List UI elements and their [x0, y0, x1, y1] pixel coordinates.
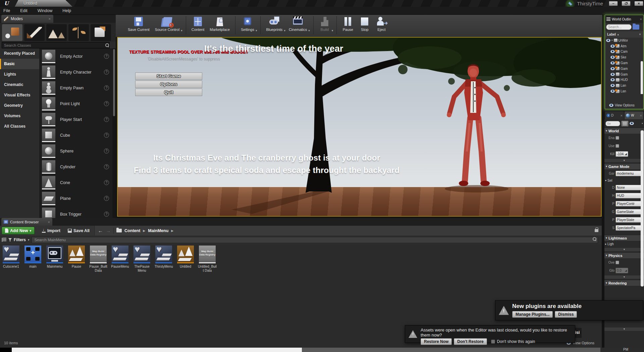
- grab-icon[interactable]: ?: [104, 196, 109, 201]
- outliner-view-options[interactable]: View Options: [605, 102, 643, 108]
- search-classes-input[interactable]: [2, 42, 110, 48]
- stop-button[interactable]: Stop: [359, 16, 370, 32]
- save-current-button[interactable]: Save Current: [128, 16, 150, 32]
- breadcrumb-content[interactable]: Content: [124, 228, 140, 233]
- breadcrumb-mainmenu[interactable]: MainMenu: [148, 228, 168, 233]
- default-pawn-dropdown[interactable]: None: [615, 185, 643, 190]
- content-search-input[interactable]: [32, 237, 598, 243]
- category-all-classes[interactable]: All Classes: [0, 121, 39, 132]
- document-tab[interactable]: Untitled: [15, 0, 72, 7]
- grab-icon[interactable]: ?: [104, 180, 109, 185]
- category-recently-placed[interactable]: Recently Placed: [0, 48, 39, 59]
- property-matrix-icon[interactable]: [621, 121, 629, 127]
- start-game-button[interactable]: Start Game: [135, 73, 202, 80]
- section-world[interactable]: ▾ World: [604, 128, 644, 134]
- details-tab[interactable]: i D ×: [605, 112, 624, 119]
- cinematics-dropdown-icon[interactable]: ▾: [308, 29, 310, 32]
- outliner-row[interactable]: Gam: [605, 66, 643, 72]
- grab-icon[interactable]: ?: [104, 148, 109, 153]
- outliner-row[interactable]: HUD: [605, 77, 643, 83]
- outliner-close-icon[interactable]: ×: [640, 17, 642, 21]
- section-physics[interactable]: ▾ Physics: [604, 252, 644, 258]
- column-filter-icon[interactable]: ▼: [639, 33, 641, 36]
- asset-thirstymenu[interactable]: ♥ ThirstyMenu: [154, 246, 173, 273]
- category-lights[interactable]: Lights: [0, 69, 39, 80]
- asset-thepause-menu[interactable]: ♥ ThePause Menu: [132, 246, 152, 273]
- placeable-plane[interactable]: Plane ?: [39, 190, 112, 206]
- gamemode-override-dropdown[interactable]: modemenu: [615, 171, 643, 176]
- outliner-scrollbar[interactable]: [641, 61, 643, 94]
- settings-scrollbar[interactable]: [641, 130, 644, 287]
- placeable-empty-pawn[interactable]: Empty Pawn ?: [39, 80, 112, 96]
- placeable-player-start[interactable]: Player Start ?: [39, 112, 112, 127]
- asset-mainmenu[interactable]: Mainmenu: [45, 246, 64, 273]
- options-button[interactable]: Options: [135, 81, 202, 88]
- modes-scrollbar[interactable]: [112, 48, 116, 218]
- visibility-eye-icon[interactable]: [610, 73, 615, 76]
- asset-pausemenu[interactable]: ♥ PauseMenu: [110, 246, 130, 273]
- section-expander[interactable]: ▼: [604, 275, 644, 279]
- asset-cutscene1[interactable]: ♥ Cutscene1: [1, 246, 21, 273]
- dont-show-again-checkbox[interactable]: [491, 340, 495, 344]
- outliner-row[interactable]: ▾ UrWor: [605, 38, 643, 43]
- asset-untitled[interactable]: Untitled: [176, 246, 195, 273]
- grab-icon[interactable]: ?: [104, 164, 109, 169]
- mode-foliage-button[interactable]: [68, 24, 89, 41]
- lock-icon[interactable]: [595, 229, 598, 232]
- mode-landscape-button[interactable]: [46, 24, 67, 41]
- label-column-header[interactable]: Label: [607, 33, 616, 36]
- restore-now-button[interactable]: Restore Now: [421, 338, 452, 345]
- back-button[interactable]: ←: [98, 228, 103, 233]
- menu-window[interactable]: Window: [38, 8, 52, 13]
- grab-icon[interactable]: ?: [104, 101, 109, 106]
- settings-search-input[interactable]: [605, 121, 620, 126]
- outliner-row[interactable]: Atm: [605, 43, 643, 49]
- horizontal-scrollbar-thumb[interactable]: [12, 348, 302, 352]
- source-control-dropdown-icon[interactable]: ▾: [181, 29, 182, 32]
- outliner-row[interactable]: Gam: [605, 60, 643, 66]
- grab-icon[interactable]: ?: [104, 117, 109, 122]
- blueprints-button[interactable]: Blueprints: [266, 16, 282, 32]
- placeable-cube[interactable]: Cube ?: [39, 127, 112, 143]
- source-control-button[interactable]: Source Control: [155, 16, 179, 32]
- section-rendering[interactable]: ▾ Rendering: [604, 280, 644, 286]
- asset-pause[interactable]: Pause: [67, 246, 86, 273]
- menu-edit[interactable]: Edit: [20, 8, 28, 13]
- close-button[interactable]: ×: [634, 1, 643, 6]
- dont-restore-button[interactable]: Don't Restore: [454, 338, 487, 345]
- breadcrumb-arrow-icon[interactable]: ▶: [171, 229, 173, 232]
- grab-icon[interactable]: ?: [104, 212, 109, 217]
- asset-pause-built-data[interactable]: Map Build Data Registry Pause_Built Data: [89, 246, 108, 273]
- world-settings-tab-close-icon[interactable]: ×: [640, 114, 642, 118]
- visibility-eye-icon[interactable]: [610, 50, 615, 53]
- build-dropdown-icon[interactable]: ▾: [332, 29, 333, 32]
- dismiss-button[interactable]: Dismiss: [555, 311, 577, 318]
- category-basic[interactable]: Basic: [0, 59, 39, 69]
- category-cinematic[interactable]: Cinematic: [0, 80, 39, 90]
- mode-place-button[interactable]: [2, 24, 22, 41]
- cinematics-button[interactable]: Cinematics: [289, 16, 307, 32]
- content-button[interactable]: Content: [192, 16, 205, 32]
- minimize-button[interactable]: –: [609, 1, 618, 6]
- checkbox[interactable]: [615, 144, 619, 148]
- spectator-dropdown[interactable]: SpectatorPa: [615, 225, 643, 231]
- blueprints-dropdown-icon[interactable]: ▾: [284, 29, 285, 32]
- player-controller-dropdown[interactable]: PlayerContr: [615, 201, 643, 207]
- visibility-eye-icon[interactable]: [610, 78, 615, 81]
- learn-icon[interactable]: [567, 0, 574, 6]
- section-lightmass[interactable]: ▾ Lightmass: [604, 235, 644, 241]
- pause-button[interactable]: Pause: [342, 16, 354, 32]
- section-expander[interactable]: ▼: [604, 159, 644, 162]
- filters-button[interactable]: Filters: [14, 237, 26, 242]
- settings-dropdown-icon[interactable]: ▾: [256, 29, 257, 32]
- expand-icon[interactable]: ▾: [611, 39, 613, 42]
- content-browser-close-icon[interactable]: ×: [48, 220, 50, 224]
- save-all-button[interactable]: Save All: [68, 228, 90, 233]
- mode-paint-button[interactable]: [24, 24, 45, 41]
- outliner-search-input[interactable]: [606, 24, 632, 30]
- visibility-eye-icon[interactable]: [610, 84, 615, 87]
- numeric-field[interactable]: -104◢: [615, 151, 628, 157]
- sources-panel-icon[interactable]: [2, 238, 6, 242]
- add-folder-icon[interactable]: [633, 25, 639, 30]
- game-viewport[interactable]: TEXTURE STREAMING POOL OVER 858.786 MiB …: [118, 38, 601, 216]
